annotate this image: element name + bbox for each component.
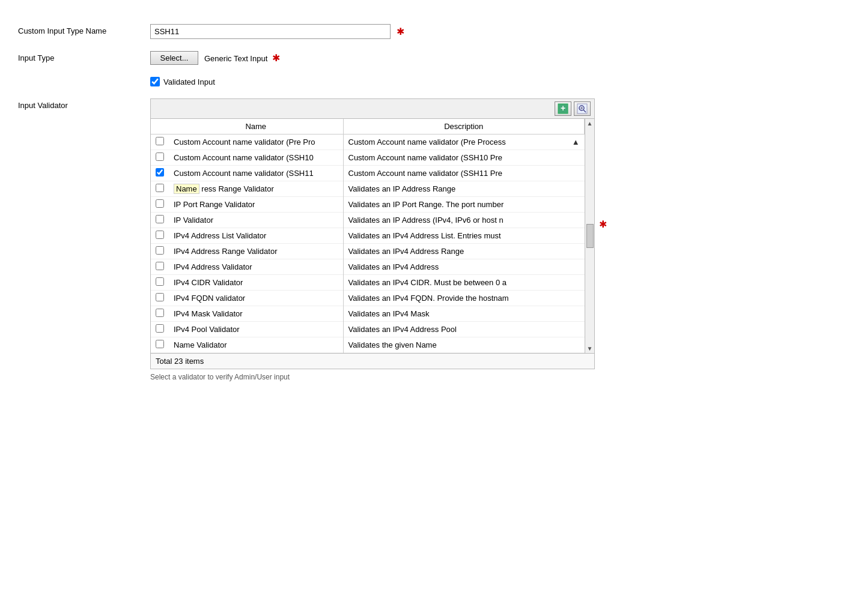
table-row: Custom Account name validator (SSH11Cust… (151, 166, 585, 181)
table-row: IPv4 Address List ValidatorValidates an … (151, 228, 585, 244)
table-row: IPv4 Address ValidatorValidates an IPv4 … (151, 259, 585, 275)
custom-input-type-name-row: Custom Input Type Name ✱ (18, 24, 840, 39)
row-name-cell: IP Port Range Validator (169, 197, 343, 213)
row-checkbox-cell (151, 150, 169, 166)
table-row: IPv4 FQDN validatorValidates an IPv4 FQD… (151, 291, 585, 306)
search-icon (577, 103, 588, 114)
required-star-type: ✱ (272, 53, 280, 63)
row-checkbox[interactable] (156, 152, 164, 161)
scrollbar[interactable]: ▲ ▼ (585, 119, 594, 353)
row-checkbox-cell (151, 291, 169, 306)
hint-text: Select a validator to verify Admin/User … (150, 373, 595, 381)
row-description-cell: Validates an IP Port Range. The port num… (343, 197, 585, 213)
row-name-cell: Name ress Range Validator (169, 181, 343, 197)
col-checkbox-header (151, 119, 169, 134)
col-description-header: Description (343, 119, 585, 134)
row-name-cell: IPv4 Address List Validator (169, 228, 343, 244)
svg-point-5 (580, 107, 583, 109)
row-name-cell: IPv4 Address Range Validator (169, 244, 343, 259)
row-name-cell: IPv4 Address Validator (169, 259, 343, 275)
row-checkbox[interactable] (156, 168, 164, 177)
row-name-cell: Custom Account name validator (SSH11 (169, 166, 343, 181)
row-description-cell: Validates the given Name (343, 337, 585, 353)
row-checkbox[interactable] (156, 340, 164, 348)
row-checkbox-cell (151, 244, 169, 259)
table-header-row: Name Description (151, 119, 585, 134)
table-row: IPv4 Address Range ValidatorValidates an… (151, 244, 585, 259)
row-description-cell: Validates an IPv4 Mask (343, 306, 585, 322)
row-description-cell: Custom Account name validator (SSH11 Pre (343, 166, 585, 181)
row-checkbox[interactable] (156, 184, 164, 192)
row-checkbox[interactable] (156, 262, 164, 270)
table-wrapper: Name Description Custom Account name val… (151, 119, 594, 353)
row-name-cell: Custom Account name validator (SSH10 (169, 150, 343, 166)
custom-input-type-name-control: ✱ (150, 24, 840, 39)
table-row: IP Port Range ValidatorValidates an IP P… (151, 197, 585, 213)
validated-input-checkbox-row: Validated Input (150, 77, 215, 86)
scroll-thumb[interactable] (586, 224, 594, 248)
total-items-label: Total 23 items (156, 357, 204, 366)
table-row: Custom Account name validator (Pre ProCu… (151, 134, 585, 150)
scroll-up-arrow[interactable]: ▲ (587, 120, 593, 127)
input-type-control: Select... Generic Text Input ✱ (150, 51, 840, 65)
required-star-validator: ✱ (599, 219, 607, 230)
row-checkbox-cell (151, 275, 169, 291)
row-checkbox[interactable] (156, 293, 164, 301)
scroll-down-arrow[interactable]: ▼ (587, 345, 593, 352)
row-checkbox[interactable] (156, 231, 164, 239)
validated-input-spacer (18, 77, 138, 79)
row-description-cell: Validates an IPv4 Address (343, 259, 585, 275)
table-row: IPv4 CIDR ValidatorValidates an IPv4 CID… (151, 275, 585, 291)
custom-input-type-name-label: Custom Input Type Name (18, 24, 138, 35)
row-checkbox-cell (151, 306, 169, 322)
table-row: IPv4 Mask ValidatorValidates an IPv4 Mas… (151, 306, 585, 322)
row-description-cell: Validates an IPv4 Address List. Entries … (343, 228, 585, 244)
generic-text-input-label: Generic Text Input ✱ (204, 52, 280, 64)
input-type-row: Input Type Select... Generic Text Input … (18, 51, 840, 65)
row-checkbox-cell (151, 322, 169, 337)
add-validator-button[interactable]: + (555, 101, 571, 116)
add-icon: + (558, 103, 568, 114)
input-validator-label: Input Validator (18, 98, 138, 110)
table-footer: Total 23 items (151, 353, 594, 369)
row-checkbox[interactable] (156, 324, 164, 333)
row-checkbox[interactable] (156, 277, 164, 286)
col-name-header: Name (169, 119, 343, 134)
validated-input-row: Validated Input (18, 77, 840, 86)
row-description-cell: Validates an IP Address (IPv4, IPv6 or h… (343, 213, 585, 228)
row-checkbox[interactable] (156, 309, 164, 317)
row-checkbox-cell (151, 213, 169, 228)
row-description-cell: Custom Account name validator (SSH10 Pre (343, 150, 585, 166)
search-validator-button[interactable] (574, 101, 591, 116)
table-row: Name ress Range ValidatorValidates an IP… (151, 181, 585, 197)
validated-input-label: Validated Input (163, 77, 215, 86)
row-description-cell: Validates an IPv4 CIDR. Must be between … (343, 275, 585, 291)
validator-toolbar: + (151, 99, 594, 119)
validator-table: Name Description Custom Account name val… (151, 119, 585, 353)
row-name-cell: IP Validator (169, 213, 343, 228)
row-name-cell: Name Validator (169, 337, 343, 353)
validator-container: + (150, 98, 595, 369)
row-checkbox-cell (151, 197, 169, 213)
row-description-cell: Validates an IPv4 FQDN. Provide the host… (343, 291, 585, 306)
select-button[interactable]: Select... (150, 51, 198, 65)
row-name-cell: IPv4 FQDN validator (169, 291, 343, 306)
scroll-marker: ▲ (572, 137, 580, 146)
row-checkbox[interactable] (156, 137, 164, 145)
row-checkbox[interactable] (156, 246, 164, 255)
row-description-cell: Validates an IPv4 Address Range (343, 244, 585, 259)
row-checkbox[interactable] (156, 215, 164, 223)
row-checkbox-cell (151, 166, 169, 181)
validated-input-control: Validated Input (150, 77, 840, 86)
svg-text:+: + (561, 103, 565, 113)
table-scroll-area: Name Description Custom Account name val… (151, 119, 585, 353)
row-checkbox-cell (151, 181, 169, 197)
input-validator-row: Input Validator + (18, 98, 840, 381)
row-checkbox-cell (151, 134, 169, 150)
validated-input-checkbox[interactable] (150, 77, 160, 86)
input-type-label: Input Type (18, 51, 138, 62)
row-checkbox[interactable] (156, 199, 164, 208)
custom-input-type-name-input[interactable] (150, 24, 391, 39)
row-checkbox-cell (151, 259, 169, 275)
row-description-cell: Validates an IPv4 Address Pool (343, 322, 585, 337)
